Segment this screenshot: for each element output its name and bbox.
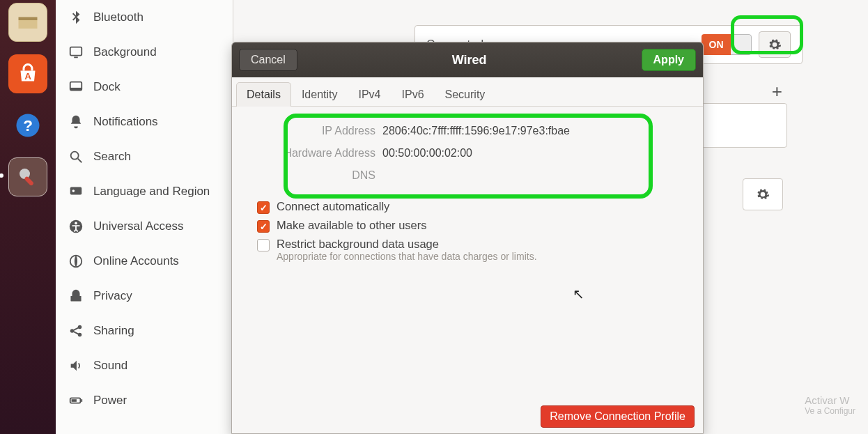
connect-automatically-row[interactable]: Connect automatically [257,200,678,214]
sidebar-label: Privacy [93,289,132,303]
sidebar-item-power[interactable]: Power [56,383,233,418]
dock-icon [68,79,84,95]
search-icon [68,149,84,164]
toggle-knob [731,34,752,55]
gear-icon [768,38,782,52]
dialog-titlebar: Cancel Wired Apply [232,42,703,77]
sidebar-label: Language and Region [93,185,210,199]
language-icon [68,184,84,199]
wired-settings-dialog: Cancel Wired Apply Details Identity IPv4… [231,42,704,434]
svg-line-12 [78,159,82,163]
sidebar-label: Notifications [93,115,158,129]
svg-rect-6 [24,176,34,187]
svg-rect-1 [19,20,38,29]
share-label: Make available to other users [277,219,427,232]
svg-text:A: A [24,71,31,82]
sidebar-label: Dock [93,80,121,94]
notifications-icon [68,114,84,130]
dialog-footer: Remove Connection Profile [232,403,703,433]
sidebar-item-online-accounts[interactable]: Online Accounts [56,244,233,279]
svg-rect-8 [74,56,78,58]
bluetooth-icon [68,10,84,25]
privacy-icon [68,288,84,304]
sidebar-label: Power [93,394,127,408]
svg-point-16 [75,222,77,225]
launcher: A ? [0,0,56,434]
tab-ipv4[interactable]: IPv4 [348,82,392,107]
sidebar-item-privacy[interactable]: Privacy [56,279,233,313]
connection-toggle[interactable]: ON [702,34,752,55]
watermark-line2: Ve a Configur [805,407,855,416]
software-store-icon: A [15,61,40,86]
sharing-icon [68,323,84,339]
share-checkbox[interactable] [257,220,270,233]
sidebar-item-notifications[interactable]: Notifications [56,104,233,139]
connect-automatically-label: Connect automatically [277,200,389,213]
sidebar-item-language[interactable]: Language and Region [56,174,233,209]
ip-address-label: IP Address [257,125,375,137]
launcher-files[interactable] [8,3,47,42]
tab-security[interactable]: Security [435,82,496,107]
gear-icon [756,187,770,201]
svg-rect-13 [70,187,82,195]
svg-point-14 [72,189,75,192]
svg-point-11 [71,152,79,160]
svg-rect-24 [72,399,77,402]
sidebar-item-background[interactable]: Background [56,35,233,70]
apply-button[interactable]: Apply [642,49,696,71]
settings-sidebar: Bluetooth Background Dock Notifications … [56,0,233,434]
sidebar-label: Sharing [93,324,134,338]
restrict-data-checkbox[interactable] [257,239,270,251]
cancel-button[interactable]: Cancel [239,49,297,71]
accessibility-icon [68,219,84,234]
dialog-title: Wired [297,53,642,68]
sidebar-item-bluetooth[interactable]: Bluetooth [56,0,233,35]
files-icon [15,10,40,35]
sidebar-label: Universal Access [93,219,183,233]
sidebar-label: Online Accounts [93,254,179,268]
launcher-help[interactable]: ? [8,106,47,145]
toggle-on-label: ON [702,34,731,55]
sidebar-label: Background [93,45,157,59]
svg-rect-18 [71,296,82,301]
launcher-settings[interactable] [8,157,47,196]
sidebar-label: Bluetooth [93,10,144,24]
share-row[interactable]: Make available to other users [257,219,678,233]
connection-settings-button[interactable] [759,31,791,58]
dns-label: DNS [257,169,375,182]
connect-automatically-checkbox[interactable] [257,201,270,214]
dns-value [382,169,678,182]
sidebar-item-dock[interactable]: Dock [56,70,233,104]
svg-rect-7 [70,47,82,56]
tab-ipv6[interactable]: IPv6 [392,82,435,107]
remove-connection-button[interactable]: Remove Connection Profile [541,405,695,428]
hardware-address-value: 00:50:00:00:02:00 [382,147,678,160]
launcher-software-store[interactable]: A [8,54,47,93]
sidebar-item-universal-access[interactable]: Universal Access [56,209,233,244]
sound-icon [68,358,84,373]
watermark-line1: Activar W [805,395,855,407]
restrict-data-sublabel: Appropriate for connections that have da… [277,251,537,262]
help-icon: ? [15,113,40,138]
hardware-address-label: Hardware Address [257,147,375,160]
svg-rect-23 [81,399,82,402]
sidebar-item-search[interactable]: Search [56,139,233,174]
sidebar-label: Search [93,150,131,164]
restrict-data-row[interactable]: Restrict background data usage Appropria… [257,238,678,262]
tab-identity[interactable]: Identity [291,82,348,107]
tab-details[interactable]: Details [236,82,291,107]
dialog-tabs: Details Identity IPv4 IPv6 Security [232,77,703,107]
svg-rect-0 [19,17,38,21]
svg-rect-10 [70,88,82,91]
proxy-settings-button[interactable] [743,178,783,210]
background-icon [68,45,84,60]
ip-address-value: 2806:40c:7fff:ffff:1596:9e17:97e3:fbae [382,125,678,137]
add-connection-button[interactable]: + [772,81,782,102]
power-icon [68,393,84,408]
details-grid: IP Address 2806:40c:7fff:ffff:1596:9e17:… [257,125,678,182]
dialog-body: IP Address 2806:40c:7fff:ffff:1596:9e17:… [232,107,703,403]
sidebar-item-sharing[interactable]: Sharing [56,313,233,348]
sidebar-item-sound[interactable]: Sound [56,348,233,383]
restrict-data-label: Restrict background data usage [277,238,537,251]
svg-text:?: ? [23,117,33,134]
